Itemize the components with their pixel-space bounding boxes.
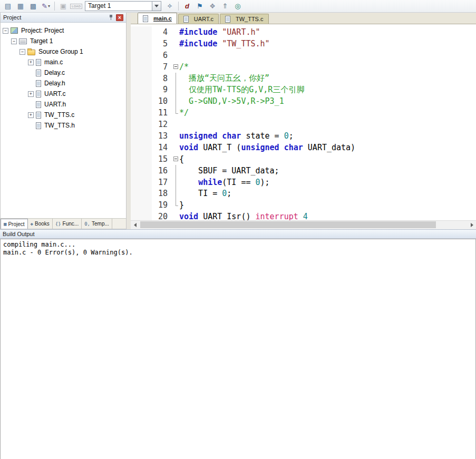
tree-item-main-c[interactable]: +main.c (1, 57, 126, 67)
options-for-target-icon[interactable]: ✧ (164, 1, 176, 12)
breakpoint-margin[interactable] (131, 165, 152, 177)
tree-item-uart-h[interactable]: UART.h (1, 99, 126, 110)
scrollbar-thumb[interactable] (140, 221, 436, 228)
line-number[interactable]: 11 (152, 108, 172, 118)
fold-margin[interactable] (172, 61, 179, 73)
panel-tab-temp[interactable]: 0,Temp... (82, 219, 112, 229)
collapse-icon[interactable]: − (11, 38, 17, 44)
scroll-left-icon[interactable] (131, 221, 139, 229)
line-number[interactable]: 13 (152, 131, 172, 141)
translate-file-icon[interactable]: ▤ (2, 1, 14, 12)
breakpoint-margin[interactable] (131, 73, 152, 84)
code-line-14[interactable]: 14void UART_T (unsigned char UART_data) (131, 142, 476, 153)
expand-icon[interactable]: + (28, 91, 34, 97)
line-number[interactable]: 14 (152, 143, 172, 152)
debug-session-icon[interactable]: d (181, 1, 193, 12)
line-number[interactable]: 16 (152, 166, 172, 175)
scrollbar-track[interactable] (139, 221, 468, 229)
code-line-9[interactable]: 9 仅使用TW-TTS的G,V,R三个引脚 (131, 84, 476, 95)
line-number[interactable]: 7 (152, 62, 172, 72)
line-number[interactable]: 18 (152, 189, 172, 198)
tree-item-source-group-1[interactable]: −Source Group 1 (1, 46, 126, 57)
breakpoint-margin[interactable] (131, 211, 152, 220)
code-line-20[interactable]: 20void UART_Isr() interrupt 4 (131, 211, 476, 220)
code-line-7[interactable]: 7/* (131, 61, 476, 73)
line-number[interactable]: 6 (152, 51, 172, 60)
breakpoint-margin[interactable] (131, 26, 152, 38)
build-output-header[interactable]: Build Output (0, 229, 476, 239)
breakpoint-margin[interactable] (131, 50, 152, 61)
tree-item-project-project[interactable]: −Project: Project (1, 25, 126, 36)
line-number[interactable]: 20 (152, 212, 172, 220)
target-select[interactable]: Target 1 (85, 1, 161, 11)
tree-item-tw-tts-h[interactable]: TW_TTS.h (1, 120, 126, 131)
collapse-icon[interactable]: − (20, 49, 25, 55)
code-line-16[interactable]: 16 SBUF = UART_data; (131, 165, 476, 177)
expand-icon[interactable]: + (28, 60, 34, 65)
target-dropdown-icon[interactable] (152, 1, 161, 11)
code-line-8[interactable]: 8 播放“天问五幺，你好” (131, 73, 476, 84)
collapse-icon[interactable]: − (3, 28, 8, 34)
breakpoint-margin[interactable] (131, 142, 152, 153)
editor-tab-tw-tts-c[interactable]: TW_TTS.c (220, 14, 269, 24)
code-line-6[interactable]: 6 (131, 50, 476, 61)
breakpoint-margin[interactable] (131, 199, 152, 211)
breakpoint-margin[interactable] (131, 119, 152, 130)
breakpoint-margin[interactable] (131, 188, 152, 199)
line-number[interactable]: 19 (152, 200, 172, 210)
build-icon[interactable]: ▦ (15, 1, 26, 12)
panel-tab-func[interactable]: {}Func... (53, 219, 82, 229)
kill-breakpoints-icon[interactable]: ❖ (207, 1, 218, 12)
line-number[interactable]: 4 (152, 27, 172, 37)
code-editor[interactable]: 4#include "UART.h"5#include "TW_TTS.h"67… (131, 24, 476, 220)
tree-item-target-1[interactable]: −Target 1 (1, 36, 126, 46)
close-icon[interactable] (116, 14, 123, 21)
fold-collapse-icon[interactable] (173, 64, 178, 69)
panel-tab-books[interactable]: ❖Books (28, 219, 53, 229)
analysis-windows-icon[interactable]: ◎ (232, 1, 244, 12)
line-number[interactable]: 17 (152, 178, 172, 187)
dropdown-caret-icon[interactable]: ▾ (48, 4, 50, 8)
tree-item-uart-c[interactable]: +UART.c (1, 89, 126, 99)
breakpoint-margin[interactable] (131, 61, 152, 73)
code-line-13[interactable]: 13unsigned char state = 0; (131, 130, 476, 142)
horizontal-scrollbar[interactable] (131, 220, 476, 229)
breakpoint-margin[interactable] (131, 153, 152, 165)
code-line-5[interactable]: 5#include "TW_TTS.h" (131, 38, 476, 50)
goto-definition-icon[interactable]: ⇑ (219, 1, 231, 12)
scroll-right-icon[interactable] (468, 221, 476, 229)
breakpoint-margin[interactable] (131, 84, 152, 95)
code-line-18[interactable]: 18 TI = 0; (131, 188, 476, 199)
breakpoint-margin[interactable] (131, 95, 152, 107)
editor-tab-main-c[interactable]: main.c (138, 13, 177, 24)
line-number[interactable]: 12 (152, 120, 172, 129)
tree-item-delay-c[interactable]: Delay.c (1, 67, 126, 78)
code-line-10[interactable]: 10 G->GND,V->5V,R->P3_1 (131, 95, 476, 107)
tree-item-delay-h[interactable]: Delay.h (1, 78, 126, 89)
line-number[interactable]: 5 (152, 39, 172, 48)
code-line-11[interactable]: 11*/ (131, 107, 476, 119)
breakpoint-margin[interactable] (131, 177, 152, 188)
batch-build-icon[interactable]: ✎▾ (40, 1, 52, 12)
code-line-19[interactable]: 19} (131, 199, 476, 211)
panel-tab-project[interactable]: ▦Project (1, 219, 28, 229)
breakpoint-margin[interactable] (131, 38, 152, 50)
breakpoint-flag-icon[interactable]: ⚑ (194, 1, 206, 12)
fold-collapse-icon[interactable] (173, 157, 178, 161)
line-number[interactable]: 9 (152, 85, 172, 94)
line-number[interactable]: 10 (152, 96, 172, 106)
fold-margin[interactable] (172, 153, 179, 165)
line-number[interactable]: 8 (152, 74, 172, 83)
code-line-4[interactable]: 4#include "UART.h" (131, 26, 476, 38)
breakpoint-margin[interactable] (131, 107, 152, 119)
line-number[interactable]: 15 (152, 154, 172, 164)
code-line-12[interactable]: 12 (131, 119, 476, 130)
editor-tab-uart-c[interactable]: UART.c (178, 14, 219, 24)
breakpoint-margin[interactable] (131, 130, 152, 142)
panel-splitter[interactable] (127, 13, 131, 229)
code-line-15[interactable]: 15{ (131, 153, 476, 165)
expand-icon[interactable]: + (28, 112, 34, 118)
tree-item-tw-tts-c[interactable]: +TW_TTS.c (1, 110, 126, 120)
rebuild-all-icon[interactable]: ▩ (27, 1, 39, 12)
pin-icon[interactable] (107, 14, 115, 21)
